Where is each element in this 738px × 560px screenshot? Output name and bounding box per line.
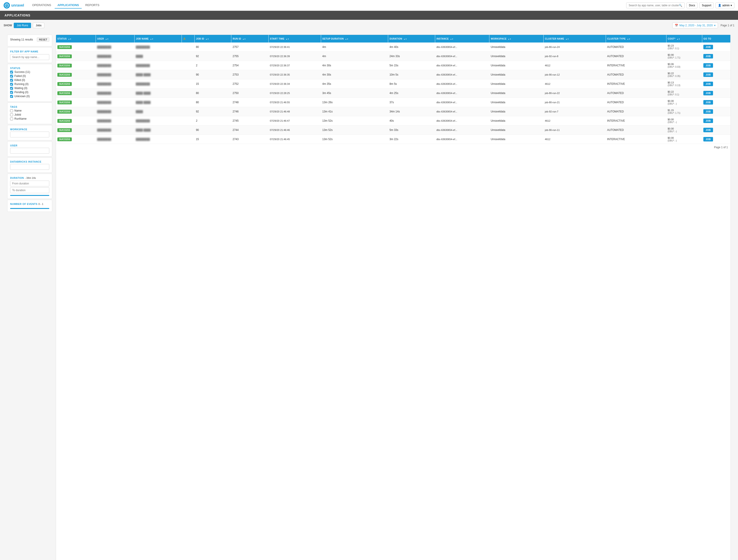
cell-warn: [182, 89, 195, 98]
job-link-button[interactable]: JOB: [703, 54, 713, 58]
top-nav: unravel OPERATIONS APPLICATIONS REPORTS …: [0, 0, 738, 11]
cell-go-to[interactable]: JOB: [702, 61, 730, 70]
col-cluster-type[interactable]: CLUSTER TYPE ▲▼: [606, 35, 666, 42]
col-duration[interactable]: DURATION ▲▼: [388, 35, 435, 42]
status-failed-checkbox[interactable]: [10, 75, 13, 78]
user-input[interactable]: [10, 148, 49, 154]
global-search[interactable]: 🔍: [626, 2, 685, 8]
duration-slider-fill: [10, 195, 49, 196]
job-link-button[interactable]: JOB: [703, 91, 713, 95]
reset-button[interactable]: RESET: [37, 38, 49, 42]
support-button[interactable]: Support: [699, 2, 714, 8]
cell-go-to[interactable]: JOB: [702, 42, 730, 52]
job-link-button[interactable]: JOB: [703, 72, 713, 77]
table-row: SUCCESS ████████ ████████ 2 2745 07/29/2…: [56, 116, 731, 125]
cell-go-to[interactable]: JOB: [702, 107, 730, 116]
job-link-button[interactable]: JOB: [703, 63, 713, 68]
status-killed-checkbox[interactable]: [10, 79, 13, 82]
table-row: SUCCESS ████████ ████ ████ 90 2744 07/29…: [56, 125, 731, 135]
col-status[interactable]: STATUS ▲▼: [56, 35, 96, 42]
tag-jobid-checkbox[interactable]: [10, 113, 13, 116]
cell-user: ████████: [96, 79, 134, 89]
col-run-id[interactable]: RUN ID ▲▼: [231, 35, 269, 42]
cell-go-to[interactable]: JOB: [702, 98, 730, 107]
logo: unravel: [4, 2, 24, 9]
duration-from-input[interactable]: [10, 180, 49, 186]
cell-warn: [182, 61, 195, 70]
job-link-button[interactable]: JOB: [703, 137, 713, 141]
cell-go-to[interactable]: JOB: [702, 135, 730, 144]
cell-workspace: Unraveldata: [489, 116, 543, 125]
cell-workspace: Unraveldata: [489, 98, 543, 107]
cell-status: SUCCESS: [56, 107, 96, 116]
cell-go-to[interactable]: JOB: [702, 89, 730, 98]
cell-instance: dbc-63630654-ef...: [435, 107, 489, 116]
search-input[interactable]: [629, 4, 679, 7]
status-running-checkbox[interactable]: [10, 83, 13, 86]
job-link-button[interactable]: JOB: [703, 118, 713, 123]
cell-user: ████████: [96, 116, 134, 125]
status-badge: SUCCESS: [57, 91, 72, 95]
cell-instance: dbc-63630654-ef...: [435, 61, 489, 70]
job-link-button[interactable]: JOB: [703, 128, 713, 132]
events-slider-track: [10, 208, 49, 209]
status-badge: SUCCESS: [57, 73, 72, 77]
tags-filter-card: TAGS Name JobId RunName: [7, 102, 52, 124]
user-menu-button[interactable]: 👤 admin ▾: [716, 2, 734, 8]
workspace-input[interactable]: [10, 131, 49, 137]
nav-links: OPERATIONS APPLICATIONS REPORTS: [29, 2, 102, 9]
jobruns-toggle[interactable]: Job Runs: [14, 23, 31, 28]
col-setup-duration[interactable]: SETUP DURATION ▲▼: [321, 35, 388, 42]
job-link-button[interactable]: JOB: [703, 45, 713, 49]
job-link-button[interactable]: JOB: [703, 109, 713, 114]
main-wrapper: SHOW Job Runs Jobs 📅 May 2, 2020 - July …: [0, 20, 738, 560]
jobs-toggle[interactable]: Jobs: [33, 23, 44, 28]
tag-runname-checkbox[interactable]: [10, 117, 13, 120]
col-job-name[interactable]: JOB NAME ▲▼: [134, 35, 182, 42]
col-workspace[interactable]: WORKSPACE ▲▼: [489, 35, 543, 42]
tag-runname-label: RunName: [14, 117, 27, 120]
col-cost[interactable]: COST* ▲▼: [666, 35, 702, 42]
date-range-picker[interactable]: 📅 May 2, 2020 - July 31, 2020 ▾: [672, 22, 718, 28]
cell-go-to[interactable]: JOB: [702, 79, 730, 89]
cell-cluster-name: job-92-run-7: [543, 107, 606, 116]
cell-job-id: 92: [195, 52, 231, 61]
job-link-button[interactable]: JOB: [703, 100, 713, 105]
docs-button[interactable]: Docs: [687, 2, 698, 8]
cell-go-to[interactable]: JOB: [702, 125, 730, 135]
tag-name-checkbox[interactable]: [10, 109, 13, 112]
main-content: Showing 11 results RESET FILTER BY APP N…: [4, 31, 734, 560]
col-cluster-name[interactable]: CLUSTER NAME ▲▼: [543, 35, 606, 42]
table-row: SUCCESS ████████ ████ ████ 80 2748 07/29…: [56, 98, 731, 107]
col-start-time[interactable]: START TIME ▲▼: [269, 35, 321, 42]
cell-go-to[interactable]: JOB: [702, 70, 730, 79]
app-name-search[interactable]: [10, 54, 49, 60]
logo-icon: [4, 2, 10, 9]
cell-start-time: 07/29/20 22:36:34: [269, 79, 321, 89]
col-warn: ⚠: [182, 35, 195, 42]
cell-cost: $0.06(DBU*: 0.03): [666, 61, 702, 70]
status-pending-checkbox[interactable]: [10, 91, 13, 94]
col-instance[interactable]: INSTANCE ▲▼: [435, 35, 489, 42]
cell-go-to[interactable]: JOB: [702, 52, 730, 61]
status-unknown-checkbox[interactable]: [10, 95, 13, 98]
duration-to-input[interactable]: [10, 187, 49, 193]
databricks-input[interactable]: [10, 164, 49, 170]
nav-operations[interactable]: OPERATIONS: [29, 2, 54, 9]
status-success-checkbox[interactable]: [10, 71, 13, 73]
events-filter-card: NUMBER OF EVENTS 0 - 1: [7, 200, 52, 212]
cell-job-name: ████ ████: [134, 125, 182, 135]
table-container: STATUS ▲▼ USER ▲▼ JOB NAME ▲▼ ⚠ JOB ID ▲…: [56, 35, 731, 560]
cell-instance: dbc-63630654-ef...: [435, 125, 489, 135]
nav-applications[interactable]: APPLICATIONS: [55, 2, 82, 9]
col-job-id[interactable]: JOB ID ▲▼: [195, 35, 231, 42]
cell-go-to[interactable]: JOB: [702, 116, 730, 125]
cell-start-time: 07/29/20 22:28:25: [269, 89, 321, 98]
filter-app-name-title: FILTER BY APP NAME: [10, 50, 49, 53]
status-waiting-checkbox[interactable]: [10, 87, 13, 90]
duration-filter-card: DURATION - 34m 14s: [7, 174, 52, 199]
sidebar: Showing 11 results RESET FILTER BY APP N…: [7, 35, 52, 560]
col-user[interactable]: USER ▲▼: [96, 35, 134, 42]
job-link-button[interactable]: JOB: [703, 82, 713, 86]
nav-reports[interactable]: REPORTS: [83, 2, 102, 9]
